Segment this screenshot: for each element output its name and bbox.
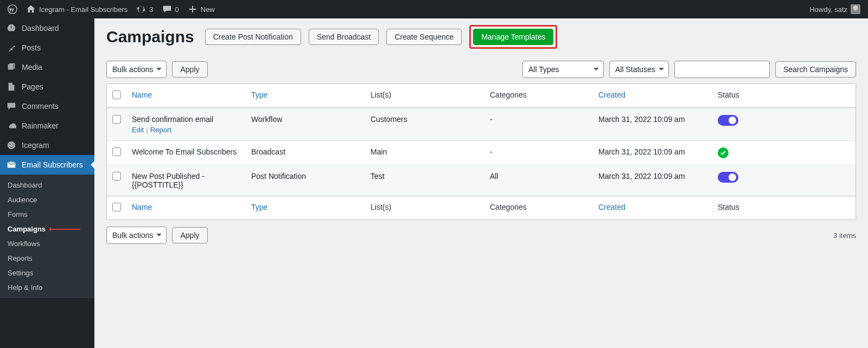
search-input[interactable] bbox=[674, 61, 770, 78]
col-lists-foot: List(s) bbox=[371, 203, 391, 211]
campaign-type: Workflow bbox=[246, 108, 365, 140]
col-status: Status bbox=[718, 91, 739, 99]
admin-sidebar: Dashboard Posts Media Pages Comments Rai… bbox=[0, 18, 94, 348]
campaign-name: Welcome To Email Subscribers bbox=[132, 147, 237, 156]
mail-icon bbox=[7, 160, 16, 170]
bulk-actions-select-bottom[interactable]: Bulk actions bbox=[106, 227, 167, 244]
updates[interactable]: 3 bbox=[132, 0, 157, 18]
pin-icon bbox=[7, 43, 16, 53]
apply-button-bottom[interactable]: Apply bbox=[172, 227, 207, 243]
col-status-foot: Status bbox=[718, 203, 739, 211]
manage-templates-button[interactable]: Manage Templates bbox=[473, 29, 553, 45]
media-icon bbox=[7, 62, 16, 72]
apply-button-top[interactable]: Apply bbox=[172, 61, 207, 78]
svg-point-3 bbox=[9, 144, 10, 145]
campaign-categories: - bbox=[484, 140, 593, 165]
search-campaigns-button[interactable]: Search Campaigns bbox=[775, 61, 856, 78]
col-type-foot[interactable]: Type bbox=[251, 203, 267, 211]
svg-point-0 bbox=[8, 5, 17, 14]
svg-point-4 bbox=[12, 144, 14, 145]
submenu-forms[interactable]: Forms bbox=[0, 207, 94, 222]
col-name[interactable]: Name bbox=[132, 91, 152, 99]
sidebar-item-dashboard[interactable]: Dashboard bbox=[0, 18, 94, 38]
comment-icon bbox=[162, 4, 172, 14]
svg-point-2 bbox=[8, 141, 15, 149]
select-all-checkbox-top[interactable] bbox=[112, 91, 121, 99]
sidebar-item-icegram[interactable]: Icegram bbox=[0, 136, 94, 155]
refresh-icon bbox=[136, 4, 146, 14]
updates-count: 3 bbox=[149, 5, 153, 14]
new-label: New bbox=[201, 5, 215, 14]
col-created-foot[interactable]: Created bbox=[598, 203, 626, 211]
campaign-lists: Test bbox=[365, 165, 484, 196]
col-type[interactable]: Type bbox=[251, 91, 267, 99]
campaign-categories: All bbox=[484, 165, 593, 196]
bulk-actions-select-top[interactable]: Bulk actions bbox=[106, 61, 167, 78]
sidebar-item-rainmaker[interactable]: Rainmaker bbox=[0, 116, 94, 136]
cloud-icon bbox=[7, 121, 16, 131]
col-name-foot[interactable]: Name bbox=[132, 203, 152, 211]
campaign-lists: Customers bbox=[365, 108, 484, 140]
col-created[interactable]: Created bbox=[598, 91, 626, 99]
sidebar-item-pages[interactable]: Pages bbox=[0, 77, 94, 96]
create-sequence-button[interactable]: Create Sequence bbox=[386, 29, 462, 45]
select-all-checkbox-bottom[interactable] bbox=[112, 203, 121, 211]
howdy-text: Howdy, satz bbox=[809, 5, 847, 14]
edit-link[interactable]: Edit bbox=[132, 126, 144, 134]
row-checkbox[interactable] bbox=[112, 115, 121, 124]
account-howdy[interactable]: Howdy, satz bbox=[805, 0, 865, 18]
status-toggle[interactable] bbox=[718, 115, 738, 126]
submenu-audience[interactable]: Audience bbox=[0, 192, 94, 207]
filter-statuses-select[interactable]: All Statuses bbox=[609, 61, 669, 78]
col-categories-foot: Categories bbox=[490, 203, 527, 211]
campaign-categories: - bbox=[484, 108, 593, 140]
submenu-campaigns[interactable]: Campaigns bbox=[0, 222, 94, 236]
dashboard-icon bbox=[7, 23, 16, 33]
row-checkbox[interactable] bbox=[112, 172, 121, 181]
campaign-name: New Post Published - {{POSTTITLE}} bbox=[132, 172, 205, 189]
page-title: Campaigns bbox=[106, 28, 194, 46]
email-subscribers-submenu: Dashboard Audience Forms Campaigns Workf… bbox=[0, 175, 94, 298]
col-lists: List(s) bbox=[371, 91, 391, 99]
campaign-type: Broadcast bbox=[246, 140, 365, 165]
sidebar-item-posts[interactable]: Posts bbox=[0, 38, 94, 57]
campaign-created: March 31, 2022 10:09 am bbox=[593, 108, 712, 140]
sidebar-item-media[interactable]: Media bbox=[0, 57, 94, 77]
site-home[interactable]: Icegram - Email Subscribers bbox=[22, 0, 132, 18]
comments-bubble[interactable]: 0 bbox=[158, 0, 183, 18]
main-content: Campaigns Create Post Notification Send … bbox=[94, 18, 868, 348]
submenu-dashboard[interactable]: Dashboard bbox=[0, 178, 94, 192]
wp-logo[interactable] bbox=[3, 0, 22, 18]
table-row: New Post Published - {{POSTTITLE}}Post N… bbox=[107, 165, 856, 196]
status-toggle[interactable] bbox=[718, 172, 738, 183]
page-icon bbox=[7, 82, 16, 92]
report-link[interactable]: Report bbox=[150, 126, 171, 134]
send-broadcast-button[interactable]: Send Broadcast bbox=[309, 29, 379, 45]
home-icon bbox=[26, 4, 36, 14]
submenu-help[interactable]: Help & Info bbox=[0, 280, 94, 295]
campaign-created: March 31, 2022 10:09 am bbox=[593, 140, 712, 165]
campaigns-table: Name Type List(s) Categories Created Sta… bbox=[106, 83, 856, 220]
filter-types-select[interactable]: All Types bbox=[522, 61, 604, 78]
row-checkbox[interactable] bbox=[112, 147, 121, 156]
sidebar-item-email-subscribers[interactable]: Email Subscribers bbox=[0, 155, 94, 175]
campaign-lists: Main bbox=[365, 140, 484, 165]
face-icon bbox=[7, 140, 16, 150]
campaign-type: Post Notification bbox=[246, 165, 365, 196]
site-title: Icegram - Email Subscribers bbox=[39, 5, 127, 14]
sidebar-item-comments[interactable]: Comments bbox=[0, 96, 94, 116]
avatar bbox=[851, 4, 860, 14]
status-sent-icon bbox=[718, 147, 729, 158]
submenu-workflows[interactable]: Workflows bbox=[0, 236, 94, 251]
items-count: 3 items bbox=[833, 231, 856, 240]
create-post-notification-button[interactable]: Create Post Notification bbox=[205, 29, 301, 45]
campaign-name: Send confirmation email bbox=[132, 115, 213, 124]
submenu-settings[interactable]: Settings bbox=[0, 266, 94, 280]
plus-icon bbox=[188, 4, 197, 14]
submenu-reports[interactable]: Reports bbox=[0, 251, 94, 266]
annotation-arrow bbox=[50, 229, 80, 230]
table-row: Welcome To Email SubscribersBroadcastMai… bbox=[107, 140, 856, 165]
campaign-created: March 31, 2022 10:09 am bbox=[593, 165, 712, 196]
new-content[interactable]: New bbox=[183, 0, 219, 18]
col-categories: Categories bbox=[490, 91, 527, 99]
